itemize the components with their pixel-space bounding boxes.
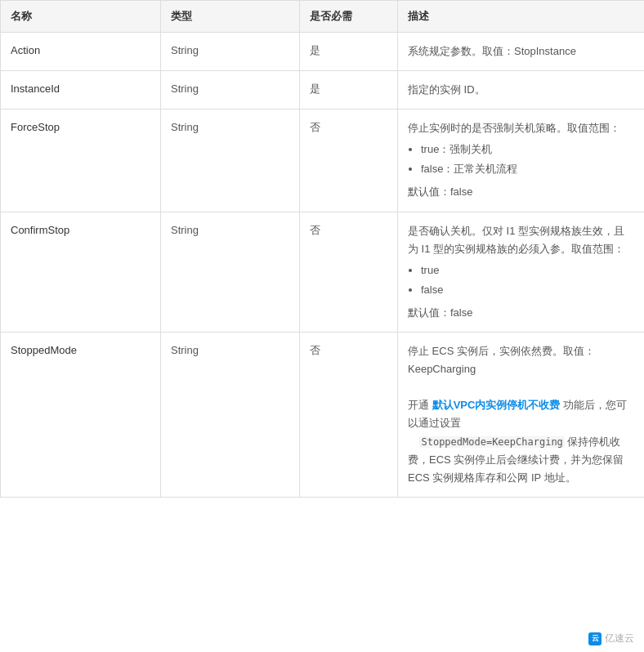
watermark-icon-label: 云 [592, 633, 599, 644]
header-required: 是否必需 [300, 1, 398, 33]
header-description: 描述 [398, 1, 645, 33]
list-item: true：强制关机 [421, 141, 634, 159]
table-row: ConfirmStop String 否 是否确认关机。仅对 I1 型实例规格族… [1, 212, 645, 332]
desc-list: true：强制关机 false：正常关机流程 [421, 141, 634, 178]
desc-list: true false [421, 261, 634, 299]
table-row: Action String 是 系统规定参数。取值：StopInstance [1, 33, 645, 71]
header-name: 名称 [1, 1, 161, 33]
row-required: 是 [300, 33, 398, 71]
default-value: 默认值：false [408, 183, 634, 201]
row-type: String [161, 333, 300, 498]
table-row: InstanceId String 是 指定的实例 ID。 [1, 71, 645, 109]
row-description: 停止 ECS 实例后，实例依然费。取值：KeepCharging 开通 默认VP… [398, 333, 645, 498]
list-item: false [421, 281, 634, 299]
table-header-row: 名称 类型 是否必需 描述 [1, 1, 645, 33]
row-description: 停止实例时的是否强制关机策略。取值范围： true：强制关机 false：正常关… [398, 109, 645, 212]
table-container: 名称 类型 是否必需 描述 Action String 是 系统规定参数。取值：… [0, 0, 644, 652]
default-value: 默认值：false [408, 304, 634, 322]
list-item: false：正常关机流程 [421, 160, 634, 178]
row-required: 是 [300, 71, 398, 109]
desc-link[interactable]: 默认VPC内实例停机不收费 [432, 399, 561, 411]
row-type: String [161, 109, 300, 212]
row-required: 否 [300, 212, 398, 332]
header-type: 类型 [161, 1, 300, 33]
row-name: InstanceId [1, 71, 161, 109]
row-name: ForceStop [1, 109, 161, 212]
table-row: ForceStop String 否 停止实例时的是否强制关机策略。取值范围： … [1, 109, 645, 212]
row-type: String [161, 71, 300, 109]
params-table: 名称 类型 是否必需 描述 Action String 是 系统规定参数。取值：… [0, 0, 644, 498]
watermark: 云 亿速云 [588, 632, 634, 645]
row-name: Action [1, 33, 161, 71]
row-description: 系统规定参数。取值：StopInstance [398, 33, 645, 71]
desc-code: StoppedMode=KeepCharging [419, 436, 564, 448]
row-description: 指定的实例 ID。 [398, 71, 645, 109]
watermark-icon: 云 [588, 632, 602, 645]
desc-link-prefix: 开通 [408, 399, 432, 411]
row-type: String [161, 212, 300, 332]
row-required: 否 [300, 333, 398, 498]
row-type: String [161, 33, 300, 71]
table-row: StoppedMode String 否 停止 ECS 实例后，实例依然费。取值… [1, 333, 645, 498]
row-name: StoppedMode [1, 333, 161, 498]
row-description: 是否确认关机。仅对 I1 型实例规格族生效，且为 I1 型的实例规格族的必须入参… [398, 212, 645, 332]
watermark-text: 亿速云 [605, 632, 634, 645]
list-item: true [421, 261, 634, 279]
row-name: ConfirmStop [1, 212, 161, 332]
row-required: 否 [300, 109, 398, 212]
